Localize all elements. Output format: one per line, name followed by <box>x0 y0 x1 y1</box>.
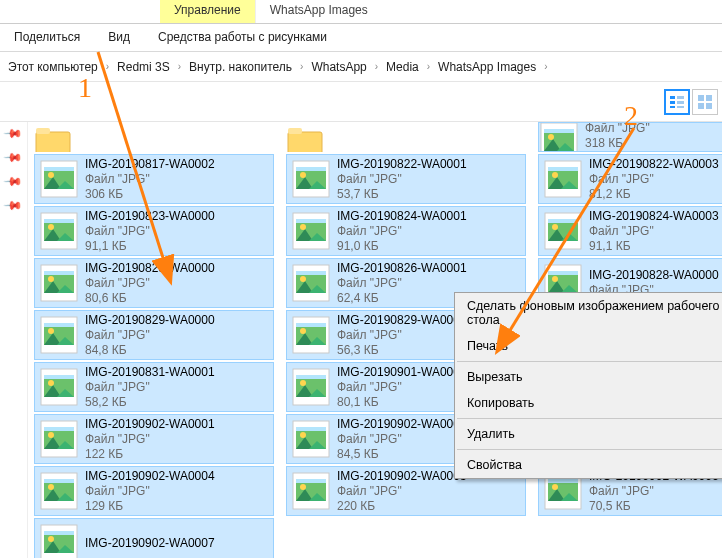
ctx-set-wallpaper[interactable]: Сделать фоновым изображением рабочего ст… <box>455 293 722 333</box>
breadcrumb[interactable]: Этот компьютер› Redmi 3S› Внутр. накопит… <box>0 52 722 82</box>
tab-share[interactable]: Поделиться <box>0 24 94 51</box>
file-name: IMG-20190829-WA0003 <box>337 313 467 328</box>
file-size: 56,3 КБ <box>337 343 467 358</box>
breadcrumb-item[interactable]: Redmi 3S <box>115 58 172 76</box>
file-item[interactable]: IMG-20190902-WA0001Файл "JPG"122 КБ <box>34 414 274 464</box>
context-menu: Сделать фоновым изображением рабочего ст… <box>454 292 722 479</box>
file-type: Файл "JPG" <box>337 276 467 291</box>
file-type: Файл "JPG" <box>589 172 719 187</box>
chevron-right-icon: › <box>375 61 378 72</box>
file-size: 91,1 КБ <box>589 239 719 254</box>
chevron-right-icon: › <box>544 61 547 72</box>
view-mode-bar <box>0 82 722 122</box>
contextual-tab-manage[interactable]: Управление <box>160 0 256 23</box>
file-item[interactable]: IMG-20190824-WA0001Файл "JPG"91,0 КБ <box>286 206 526 256</box>
image-thumb-icon <box>291 159 331 199</box>
breadcrumb-item[interactable]: Media <box>384 58 421 76</box>
image-thumb-icon <box>543 159 583 199</box>
file-item[interactable]: IMG-20190829-WA0000Файл "JPG"84,8 КБ <box>34 310 274 360</box>
svg-rect-15 <box>698 95 704 101</box>
image-thumb-icon <box>291 263 331 303</box>
svg-rect-18 <box>706 103 712 109</box>
file-type: Файл "JPG" <box>85 484 215 499</box>
file-item[interactable]: IMG-20190824-WA0003Файл "JPG"91,1 КБ <box>538 206 722 256</box>
pin-icon: 📌 <box>3 123 24 144</box>
folder-item[interactable] <box>34 122 274 152</box>
file-type: Файл "JPG" <box>85 276 215 291</box>
pin-icon: 📌 <box>3 171 24 192</box>
files-area[interactable]: Файл "JPG" 318 КБ IMG-20190817-WA0002Фай… <box>28 122 722 558</box>
svg-rect-11 <box>670 106 675 108</box>
file-size: 122 КБ <box>85 447 215 462</box>
breadcrumb-item[interactable]: Внутр. накопитель <box>187 58 294 76</box>
svg-rect-17 <box>698 103 704 109</box>
image-thumb-icon <box>39 367 79 407</box>
file-type: Файл "JPG" <box>337 432 467 447</box>
file-type: Файл "JPG" <box>85 380 215 395</box>
file-item[interactable]: IMG-20190902-WA0004Файл "JPG"129 КБ <box>34 466 274 516</box>
separator <box>457 361 722 362</box>
pin-icon: 📌 <box>3 195 24 216</box>
ctx-properties[interactable]: Свойства <box>455 452 722 478</box>
file-name: IMG-20190902-WA0001 <box>85 417 215 432</box>
file-item[interactable]: IMG-20190823-WA0000Файл "JPG"91,1 КБ <box>34 206 274 256</box>
file-size: 53,7 КБ <box>337 187 467 202</box>
folder-icon <box>286 122 326 152</box>
file-item[interactable]: Файл "JPG" 318 КБ <box>538 122 722 152</box>
file-item[interactable]: IMG-20190902-WA0007 <box>34 518 274 558</box>
chevron-right-icon: › <box>427 61 430 72</box>
file-size: 84,8 КБ <box>85 343 215 358</box>
svg-rect-14 <box>677 106 684 108</box>
file-item[interactable]: IMG-20190822-WA0003Файл "JPG"81,2 КБ <box>538 154 722 204</box>
file-type: Файл "JPG" <box>337 328 467 343</box>
file-type: Файл "JPG" <box>337 224 467 239</box>
file-name: IMG-20190824-WA0001 <box>337 209 467 224</box>
file-item[interactable]: IMG-20190822-WA0001Файл "JPG"53,7 КБ <box>286 154 526 204</box>
ctx-delete[interactable]: Удалить <box>455 421 722 447</box>
tab-view[interactable]: Вид <box>94 24 144 51</box>
file-type: Файл "JPG" <box>585 122 650 136</box>
chevron-right-icon: › <box>178 61 181 72</box>
file-type: Файл "JPG" <box>85 432 215 447</box>
svg-rect-9 <box>670 96 675 99</box>
file-name: IMG-20190825-WA0000 <box>85 261 215 276</box>
image-thumb-icon <box>39 471 79 511</box>
breadcrumb-item[interactable]: Этот компьютер <box>6 58 100 76</box>
ctx-copy[interactable]: Копировать <box>455 390 722 416</box>
image-thumb-icon <box>39 263 79 303</box>
file-name: IMG-20190902-WA0005 <box>337 469 467 484</box>
file-size: 70,5 КБ <box>589 499 719 514</box>
file-size: 84,5 КБ <box>337 447 467 462</box>
file-type: Файл "JPG" <box>85 328 215 343</box>
file-name: IMG-20190902-WA0004 <box>85 469 215 484</box>
breadcrumb-item[interactable]: WhatsApp Images <box>436 58 538 76</box>
file-item[interactable]: IMG-20190831-WA0001Файл "JPG"58,2 КБ <box>34 362 274 412</box>
file-name: IMG-20190823-WA0000 <box>85 209 215 224</box>
file-size: 306 КБ <box>85 187 215 202</box>
file-item[interactable] <box>286 518 526 558</box>
file-name: IMG-20190902-WA0002 <box>337 417 467 432</box>
separator <box>457 418 722 419</box>
file-item[interactable]: IMG-20190817-WA0002Файл "JPG"306 КБ <box>34 154 274 204</box>
file-type: Файл "JPG" <box>85 224 215 239</box>
chevron-right-icon: › <box>106 61 109 72</box>
breadcrumb-item[interactable]: WhatsApp <box>309 58 368 76</box>
ribbon-tabs: Поделиться Вид Средства работы с рисунка… <box>0 24 722 52</box>
file-type: Файл "JPG" <box>85 172 215 187</box>
file-size: 80,6 КБ <box>85 291 215 306</box>
image-thumb-icon <box>539 122 579 151</box>
file-item[interactable]: IMG-20190825-WA0000Файл "JPG"80,6 КБ <box>34 258 274 308</box>
file-name: IMG-20190817-WA0002 <box>85 157 215 172</box>
svg-rect-16 <box>706 95 712 101</box>
file-size: 91,0 КБ <box>337 239 467 254</box>
view-mode-details-button[interactable] <box>664 89 690 115</box>
file-item[interactable] <box>538 518 722 558</box>
view-mode-icons-button[interactable] <box>692 89 718 115</box>
tab-picture-tools[interactable]: Средства работы с рисунками <box>144 24 341 51</box>
folder-item[interactable] <box>286 122 526 152</box>
ctx-cut[interactable]: Вырезать <box>455 364 722 390</box>
image-thumb-icon <box>291 471 331 511</box>
separator <box>457 449 722 450</box>
file-size: 81,2 КБ <box>589 187 719 202</box>
ctx-print[interactable]: Печать <box>455 333 722 359</box>
